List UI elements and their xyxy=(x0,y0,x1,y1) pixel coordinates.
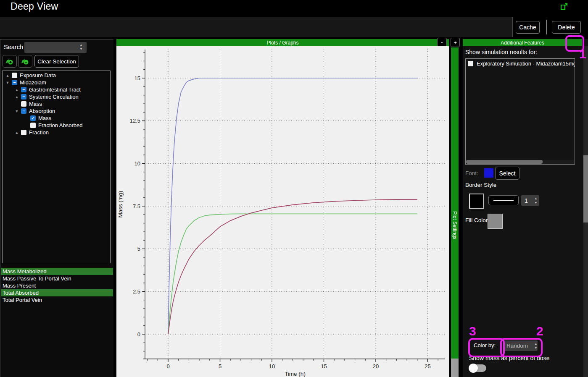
deep-view-window: Deep View Cache Delete Search ▲▼ xyxy=(0,0,588,377)
plot-area: 02.557.51012.5150510152025Time (h)Mass (… xyxy=(116,46,449,377)
y-tick-label: 7.5 xyxy=(133,203,140,209)
additional-features-header: Additional Features xyxy=(463,39,582,46)
color-by-label: Color by: xyxy=(474,342,496,348)
expand-arrow-icon[interactable]: ▲ xyxy=(5,73,11,78)
y-axis-title: Mass (mg) xyxy=(117,191,124,218)
tree-row[interactable]: ✓Mass xyxy=(3,115,110,122)
border-width-spinner[interactable]: 1 ▲▼ xyxy=(521,195,539,206)
tree-row[interactable]: ▲Fraction xyxy=(3,129,110,136)
remove-layers-icon xyxy=(21,57,30,65)
y-tick-label: 12.5 xyxy=(130,118,140,124)
color-by-dropdown[interactable]: Random ▲▼ xyxy=(503,340,538,351)
tree-row[interactable]: Mass xyxy=(3,100,110,107)
cache-button[interactable]: Cache xyxy=(516,21,540,34)
tree-item-label: Systemic Circulation xyxy=(29,94,79,100)
expand-arrow-icon[interactable]: ▲ xyxy=(14,88,20,92)
simulation-list-item[interactable]: Exploratory Simulation - Midazolam15mg P… xyxy=(466,59,575,68)
unchecked-checkbox[interactable] xyxy=(30,123,36,128)
expand-arrow-icon[interactable]: ▲ xyxy=(14,131,20,135)
collapse-arrow-icon[interactable]: ▼ xyxy=(5,81,11,85)
output-list-item[interactable]: Total Portal Vein xyxy=(1,296,113,304)
toolbar-divider xyxy=(546,20,547,34)
tree-row[interactable]: ▲−Systemic Circulation xyxy=(3,93,110,100)
chevron-up-down-icon: ▲▼ xyxy=(534,342,538,350)
y-tick-label: 15 xyxy=(134,75,140,81)
horizontal-scrollbar[interactable] xyxy=(466,160,574,164)
output-list-item[interactable]: Mass Present xyxy=(1,282,113,289)
x-tick-label: 20 xyxy=(373,363,379,369)
font-select-button[interactable]: Select xyxy=(495,167,519,180)
plot-background xyxy=(116,46,449,377)
plots-graphs-title: Plots / Graphs xyxy=(266,40,298,46)
tree-row[interactable]: ▼−Absorption xyxy=(3,107,110,115)
search-dropdown[interactable]: ▲▼ xyxy=(24,42,87,53)
add-layers-button[interactable] xyxy=(3,55,17,68)
fill-color-label: Fill Color xyxy=(465,217,488,223)
border-style-label: Border Style xyxy=(465,182,496,188)
show-mass-label: Show mass as percent of dose xyxy=(469,355,549,361)
search-label: Search xyxy=(4,44,23,50)
unchecked-checkbox[interactable] xyxy=(21,130,26,135)
additional-features-title: Additional Features xyxy=(501,40,544,46)
fill-color-swatch[interactable] xyxy=(488,214,503,229)
color-by-value: Random xyxy=(503,343,534,349)
toolbar-tab-area xyxy=(0,17,513,37)
tree-item-label: Mass xyxy=(29,101,42,107)
partial-checkbox[interactable]: − xyxy=(12,80,17,85)
x-tick-label: 5 xyxy=(219,363,221,369)
border-color-swatch[interactable] xyxy=(469,194,484,209)
selection-tree: ▲Exposure Data▼−Midazolam▲−Gastrointesti… xyxy=(2,71,111,263)
tree-row[interactable]: ▲Exposure Data xyxy=(3,72,110,79)
tree-item-label: Gastrointestinal Tract xyxy=(29,86,81,93)
tree-item-label: Exposure Data xyxy=(20,72,56,79)
plot-settings-strip[interactable]: Plot Settings xyxy=(451,47,459,359)
tree-row[interactable]: ▲−Gastrointestinal Tract xyxy=(3,86,110,93)
y-tick-label: 5 xyxy=(137,246,140,252)
app-title: Deep View xyxy=(11,1,58,12)
output-list: Mass MetabolizedMass Passive To Portal V… xyxy=(1,268,113,304)
unchecked-checkbox[interactable] xyxy=(21,101,26,107)
add-layers-icon xyxy=(5,57,14,65)
unchecked-checkbox[interactable] xyxy=(468,61,473,66)
line-style-dropdown[interactable] xyxy=(488,195,519,205)
plots-minimize-button[interactable]: - xyxy=(437,38,447,47)
font-color-swatch[interactable] xyxy=(484,168,493,178)
collapse-arrow-icon[interactable]: ▼ xyxy=(14,109,20,113)
partial-checkbox[interactable]: − xyxy=(21,87,26,92)
selection-sidebar: Search ▲▼ Clear Selection ▲Exposure Data… xyxy=(0,39,113,377)
simulation-listbox: Exploratory Simulation - Midazolam15mg P… xyxy=(465,58,575,165)
clear-selection-button[interactable]: Clear Selection xyxy=(34,55,79,68)
output-list-item[interactable]: Total Absorbed xyxy=(1,289,113,296)
vertical-scrollbar[interactable] xyxy=(583,46,588,377)
title-bar: Deep View xyxy=(0,0,588,14)
tree-row[interactable]: Fraction Absorbed xyxy=(3,122,110,129)
tree-item-label: Fraction xyxy=(29,129,49,136)
plot-settings-expand-button[interactable]: + xyxy=(451,38,460,47)
y-tick-label: 0 xyxy=(137,331,140,338)
output-list-item[interactable]: Mass Metabolized xyxy=(1,268,113,275)
expand-arrow-icon[interactable]: ▲ xyxy=(14,95,20,99)
unchecked-checkbox[interactable] xyxy=(12,73,17,78)
font-label: Font: xyxy=(465,170,478,176)
output-list-item[interactable]: Mass Passive To Portal Vein xyxy=(1,275,113,282)
solid-line-icon xyxy=(493,200,514,201)
simulation-label: Exploratory Simulation - Midazolam15mg P… xyxy=(477,60,575,67)
plot-settings-scroll-block[interactable] xyxy=(451,359,459,377)
vertical-scrollbar-thumb[interactable] xyxy=(583,155,588,223)
partial-checkbox[interactable]: − xyxy=(21,108,26,114)
tree-item-label: Mass xyxy=(38,115,51,121)
spinner-arrows-icon[interactable]: ▲▼ xyxy=(533,196,539,205)
delete-button[interactable]: Delete xyxy=(552,21,581,34)
horizontal-scrollbar-thumb[interactable] xyxy=(466,160,543,164)
partial-checkbox[interactable]: − xyxy=(21,94,26,99)
chevron-up-down-icon: ▲▼ xyxy=(79,43,83,51)
toggle-knob xyxy=(469,364,478,373)
checked-checkbox[interactable]: ✓ xyxy=(30,115,36,121)
x-axis-title: Time (h) xyxy=(285,371,306,377)
remove-layers-button[interactable] xyxy=(18,55,32,68)
x-tick-label: 10 xyxy=(269,363,275,369)
y-tick-label: 10 xyxy=(134,160,140,167)
show-mass-toggle[interactable] xyxy=(469,364,486,372)
open-external-icon[interactable] xyxy=(560,3,569,11)
tree-row[interactable]: ▼−Midazolam xyxy=(3,79,110,86)
